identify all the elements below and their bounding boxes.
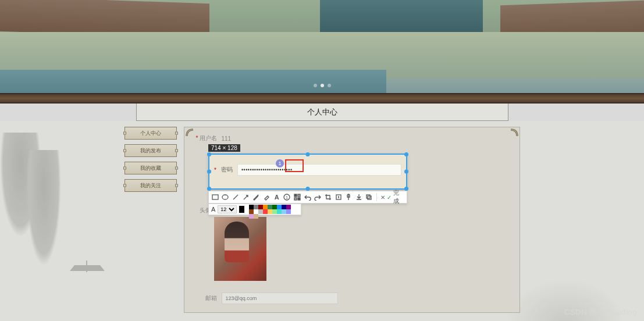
toolbar-actions: ✕ ✓ 完成 xyxy=(380,189,404,205)
palette-color[interactable] xyxy=(263,205,268,209)
annotation-rectangle[interactable] xyxy=(285,159,304,172)
svg-rect-4 xyxy=(294,194,297,197)
svg-rect-6 xyxy=(294,198,297,200)
svg-rect-5 xyxy=(298,194,300,197)
palette-color[interactable] xyxy=(277,209,282,214)
crop-icon[interactable] xyxy=(324,193,332,201)
password-input[interactable]: •••••••••••••••••••••••• xyxy=(237,164,401,176)
rectangle-tool-icon[interactable] xyxy=(211,193,219,201)
building-graphic xyxy=(320,0,483,35)
selection-dimensions: 714 × 128 xyxy=(208,144,240,152)
palette-color[interactable] xyxy=(254,209,258,214)
carousel-dot[interactable] xyxy=(314,84,317,87)
palette-color[interactable] xyxy=(282,209,286,214)
page-title-bar: 个人中心 xyxy=(136,104,508,121)
resize-handle[interactable] xyxy=(404,187,408,191)
palette-color[interactable] xyxy=(249,209,254,214)
corner-ornament xyxy=(186,129,196,139)
email-row: 邮箱 xyxy=(194,293,510,304)
download-icon[interactable] xyxy=(355,193,363,201)
svg-rect-7 xyxy=(298,198,300,200)
current-color-swatch[interactable] xyxy=(239,206,244,213)
resize-handle[interactable] xyxy=(404,152,408,156)
palette-color[interactable] xyxy=(272,209,277,214)
copy-icon[interactable] xyxy=(365,193,373,201)
ornate-divider xyxy=(0,93,644,104)
screenshot-toolbar: A 1 ✕ ✓ 完成 xyxy=(208,191,407,204)
resize-handle[interactable] xyxy=(207,152,211,156)
pen-tool-icon[interactable] xyxy=(252,193,261,201)
required-asterisk: * xyxy=(214,167,216,173)
svg-rect-10 xyxy=(368,196,371,199)
hero-banner xyxy=(0,0,644,93)
sidebar-item-label: 个人中心 xyxy=(140,130,161,137)
carousel-dot[interactable] xyxy=(328,84,331,87)
sidebar-item-label: 我的收藏 xyxy=(140,165,161,172)
palette-color[interactable] xyxy=(249,205,254,209)
line-tool-icon[interactable] xyxy=(232,193,240,201)
carousel-dot[interactable] xyxy=(321,84,324,87)
palette-color[interactable] xyxy=(249,214,254,219)
palette-color[interactable] xyxy=(268,209,272,214)
arrow-tool-icon[interactable] xyxy=(242,193,250,201)
sidebar-item-follows[interactable]: 我的关注 xyxy=(124,179,177,192)
page-title: 个人中心 xyxy=(307,107,337,117)
palette-color[interactable] xyxy=(286,205,291,209)
palette-color[interactable] xyxy=(286,209,291,214)
water-graphic xyxy=(0,70,386,93)
carousel-dots[interactable] xyxy=(314,84,331,87)
avatar-image[interactable] xyxy=(214,217,266,281)
resize-handle[interactable] xyxy=(306,152,310,156)
palette-color[interactable] xyxy=(272,205,277,209)
undo-icon[interactable] xyxy=(304,193,312,201)
email-label: 邮箱 xyxy=(194,294,217,302)
resize-handle[interactable] xyxy=(207,187,211,191)
resize-handle[interactable] xyxy=(404,170,408,174)
resize-handle[interactable] xyxy=(207,170,211,174)
sidebar-item-label: 我的关注 xyxy=(140,182,161,190)
font-size-select[interactable]: 12 xyxy=(218,205,237,213)
sidebar-item-profile[interactable]: 个人中心 xyxy=(124,127,177,140)
password-label: 密码 xyxy=(221,166,233,174)
palette-color[interactable] xyxy=(268,205,272,209)
pin-icon[interactable] xyxy=(344,193,353,201)
highlighter-tool-icon[interactable] xyxy=(262,193,271,201)
palette-color[interactable] xyxy=(258,205,263,209)
text-style-bar: A 12 xyxy=(208,204,301,215)
number-tool-icon[interactable]: 1 xyxy=(283,193,291,201)
annotation-number-badge[interactable]: 1 xyxy=(276,159,284,167)
username-value: 111 xyxy=(222,135,232,142)
palette-color[interactable] xyxy=(282,205,286,209)
body-area: 个人中心 我的发布 我的收藏 我的关注 *用户名 111 头像 邮箱 xyxy=(0,121,644,321)
sidebar-item-label: 我的发布 xyxy=(140,147,161,155)
email-input[interactable] xyxy=(222,293,338,304)
svg-rect-8 xyxy=(336,195,341,199)
svg-rect-9 xyxy=(367,195,370,198)
sidebar-item-favorites[interactable]: 我的收藏 xyxy=(124,162,177,174)
redo-icon[interactable] xyxy=(314,193,322,201)
palette-color[interactable] xyxy=(263,209,268,214)
screenshot-selection[interactable]: 1 * 密码 •••••••••••••••••••••••• xyxy=(208,154,407,190)
ellipse-tool-icon[interactable] xyxy=(222,193,230,201)
username-label: 用户名 xyxy=(200,135,217,141)
ink-painting-left xyxy=(0,127,128,321)
palette-color[interactable] xyxy=(254,214,258,219)
cancel-icon[interactable]: ✕ xyxy=(380,194,385,201)
done-label[interactable]: 完成 xyxy=(393,189,404,205)
confirm-icon[interactable]: ✓ xyxy=(387,194,392,201)
sidebar-item-posts[interactable]: 我的发布 xyxy=(124,144,177,157)
sidebar: 个人中心 我的发布 我的收藏 我的关注 xyxy=(124,127,177,313)
mosaic-tool-icon[interactable] xyxy=(293,193,301,201)
svg-text:1: 1 xyxy=(286,195,288,199)
corner-ornament xyxy=(508,129,518,139)
color-palette xyxy=(249,205,294,214)
ocr-icon[interactable] xyxy=(335,193,343,201)
username-row: *用户名 111 xyxy=(194,134,510,142)
text-tool-icon[interactable]: A xyxy=(273,193,281,201)
palette-color[interactable] xyxy=(254,205,258,209)
resize-handle[interactable] xyxy=(306,187,310,191)
font-label: A xyxy=(211,206,215,213)
toolbar-separator xyxy=(376,193,377,201)
palette-color[interactable] xyxy=(277,205,282,209)
palette-color[interactable] xyxy=(258,209,263,214)
